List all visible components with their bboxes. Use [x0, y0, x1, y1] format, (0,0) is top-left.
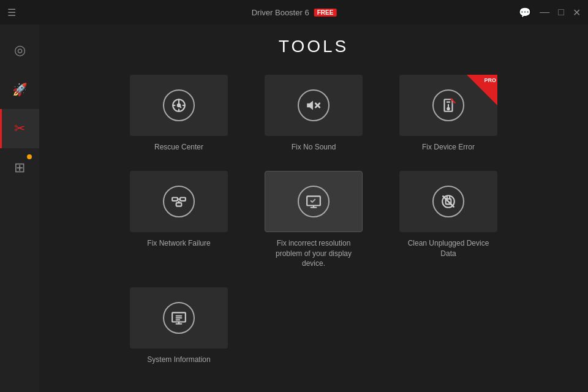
- chat-icon[interactable]: 💬: [519, 7, 531, 18]
- fix-no-sound-label: Fix No Sound: [292, 142, 336, 153]
- sidebar: ◎ 🚀 ✂ ⊞: [0, 24, 39, 392]
- svg-line-18: [443, 196, 453, 206]
- device-error-icon: !: [432, 89, 464, 121]
- tool-fix-resolution[interactable]: Fix incorrect resolution problem of your…: [265, 171, 363, 269]
- system-info-icon: [163, 302, 195, 334]
- network-icon: [163, 186, 195, 217]
- tool-rescue-center[interactable]: Rescue Center: [130, 75, 228, 153]
- sidebar-item-target[interactable]: ◎: [0, 31, 39, 70]
- tool-clean-unplugged[interactable]: Clean Unplugged Device Data: [399, 171, 497, 269]
- page-title: TOOLS: [279, 37, 349, 56]
- fix-device-error-label: Fix Device Error: [422, 142, 475, 153]
- no-sound-icon: [298, 89, 330, 121]
- tool-card-fix-no-sound[interactable]: [265, 75, 363, 136]
- resolution-icon: [298, 186, 330, 217]
- pro-badge-text: PRO: [484, 77, 496, 83]
- free-badge: FREE: [314, 9, 337, 17]
- tool-card-fix-resolution[interactable]: [265, 171, 363, 232]
- notification-dot: [27, 154, 32, 159]
- tool-fix-network-failure[interactable]: Fix Network Failure: [130, 171, 228, 269]
- content-area: TOOLS Rescue Center: [39, 24, 588, 392]
- tool-card-rescue-center[interactable]: [130, 75, 228, 136]
- unplugged-icon: [432, 186, 464, 217]
- tool-fix-no-sound[interactable]: Fix No Sound: [265, 75, 363, 153]
- sidebar-item-boost[interactable]: 🚀: [0, 70, 39, 109]
- tool-card-fix-device-error[interactable]: PRO !: [399, 75, 497, 136]
- rescue-center-label: Rescue Center: [154, 142, 203, 153]
- tools-grid: Rescue Center Fix No Sound: [130, 75, 497, 365]
- tool-card-fix-network-failure[interactable]: [130, 171, 228, 232]
- tool-card-system-info[interactable]: [130, 287, 228, 349]
- rescue-center-icon: [163, 89, 195, 121]
- clean-unplugged-label: Clean Unplugged Device Data: [399, 238, 497, 259]
- svg-rect-9: [172, 197, 178, 200]
- svg-rect-10: [180, 197, 186, 200]
- svg-point-6: [447, 108, 449, 110]
- titlebar: ☰ Driver Booster 6 FREE 💬 — □ ✕: [0, 0, 588, 24]
- sidebar-item-apps[interactable]: ⊞: [0, 148, 39, 187]
- sidebar-item-tools[interactable]: ✂: [0, 109, 39, 148]
- app-title: Driver Booster 6: [252, 8, 309, 17]
- tool-card-clean-unplugged[interactable]: [399, 171, 497, 232]
- window-controls: 💬 — □ ✕: [519, 7, 581, 18]
- svg-marker-1: [307, 100, 313, 110]
- tool-fix-device-error[interactable]: PRO ! Fix Device Error: [399, 75, 497, 153]
- fix-resolution-label: Fix incorrect resolution problem of your…: [265, 238, 363, 269]
- minimize-button[interactable]: —: [540, 7, 549, 18]
- close-button[interactable]: ✕: [573, 7, 581, 18]
- maximize-button[interactable]: □: [558, 7, 564, 18]
- menu-icon[interactable]: ☰: [7, 7, 16, 18]
- system-info-label: System Information: [147, 355, 210, 365]
- fix-network-failure-label: Fix Network Failure: [147, 238, 210, 249]
- svg-rect-11: [176, 203, 182, 206]
- tool-system-info[interactable]: System Information: [130, 287, 228, 365]
